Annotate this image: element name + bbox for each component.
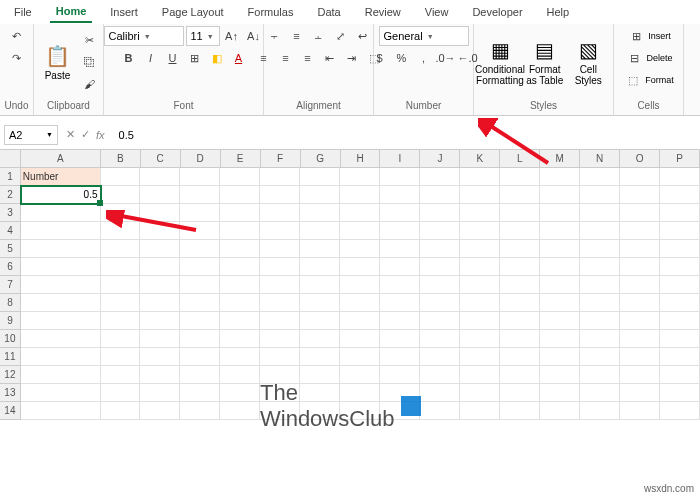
- cell-styles-button[interactable]: ▧Cell Styles: [568, 32, 610, 92]
- underline-button[interactable]: U: [163, 48, 183, 68]
- format-painter-button[interactable]: 🖌: [79, 74, 99, 94]
- col-header-a[interactable]: A: [21, 150, 101, 168]
- cell[interactable]: [580, 330, 620, 348]
- font-color-button[interactable]: A: [229, 48, 249, 68]
- cell[interactable]: [580, 168, 620, 186]
- cell[interactable]: [101, 276, 141, 294]
- cell[interactable]: [220, 294, 260, 312]
- cell[interactable]: [460, 186, 500, 204]
- cell[interactable]: [220, 366, 260, 384]
- align-right-button[interactable]: ≡: [298, 48, 318, 68]
- cell[interactable]: [660, 186, 700, 204]
- cell[interactable]: [180, 294, 220, 312]
- cell[interactable]: [660, 222, 700, 240]
- row-header[interactable]: 7: [0, 276, 21, 294]
- orientation-button[interactable]: ⤢: [331, 26, 351, 46]
- cell[interactable]: [380, 312, 420, 330]
- cell[interactable]: [340, 204, 380, 222]
- cell[interactable]: [21, 204, 101, 222]
- cell[interactable]: [101, 258, 141, 276]
- col-header-e[interactable]: E: [221, 150, 261, 168]
- cell[interactable]: [260, 330, 300, 348]
- cell[interactable]: [580, 222, 620, 240]
- cell[interactable]: [660, 294, 700, 312]
- cell[interactable]: [620, 186, 660, 204]
- cell[interactable]: [340, 312, 380, 330]
- cell[interactable]: [140, 186, 180, 204]
- conditional-formatting-button[interactable]: ▦Conditional Formatting: [478, 32, 522, 92]
- cell[interactable]: [140, 384, 180, 402]
- cell[interactable]: [340, 294, 380, 312]
- cell[interactable]: [620, 348, 660, 366]
- col-header-k[interactable]: K: [460, 150, 500, 168]
- cell[interactable]: [220, 168, 260, 186]
- tab-review[interactable]: Review: [359, 2, 407, 22]
- cell[interactable]: [420, 330, 460, 348]
- cell[interactable]: [380, 348, 420, 366]
- tab-page-layout[interactable]: Page Layout: [156, 2, 230, 22]
- cell[interactable]: [420, 294, 460, 312]
- cell[interactable]: [180, 330, 220, 348]
- cell[interactable]: [540, 204, 580, 222]
- cell[interactable]: [540, 276, 580, 294]
- cell[interactable]: [300, 294, 340, 312]
- increase-decimal-button[interactable]: .0→: [436, 48, 456, 68]
- fill-color-button[interactable]: ◧: [207, 48, 227, 68]
- cell[interactable]: [180, 276, 220, 294]
- cell[interactable]: [101, 402, 141, 420]
- wrap-text-button[interactable]: ↩: [353, 26, 373, 46]
- cell[interactable]: [660, 312, 700, 330]
- cell[interactable]: [580, 384, 620, 402]
- cell[interactable]: [300, 240, 340, 258]
- cell[interactable]: [260, 258, 300, 276]
- col-header-b[interactable]: B: [101, 150, 141, 168]
- cell[interactable]: [460, 276, 500, 294]
- format-cells-button[interactable]: ⬚: [623, 70, 643, 90]
- cell[interactable]: [460, 384, 500, 402]
- row-header[interactable]: 8: [0, 294, 21, 312]
- cell[interactable]: [220, 402, 260, 420]
- format-as-table-button[interactable]: ▤Format as Table: [524, 32, 566, 92]
- cell[interactable]: [660, 330, 700, 348]
- cell[interactable]: [260, 276, 300, 294]
- cell[interactable]: [460, 222, 500, 240]
- cell[interactable]: [540, 294, 580, 312]
- cell[interactable]: [460, 294, 500, 312]
- cell[interactable]: [180, 222, 220, 240]
- cell[interactable]: [300, 312, 340, 330]
- cell[interactable]: [380, 330, 420, 348]
- cell[interactable]: [500, 168, 540, 186]
- row-header[interactable]: 12: [0, 366, 21, 384]
- undo-button[interactable]: ↶: [7, 26, 27, 46]
- col-header-g[interactable]: G: [301, 150, 341, 168]
- col-header-d[interactable]: D: [181, 150, 221, 168]
- cell[interactable]: [300, 204, 340, 222]
- cell[interactable]: [21, 366, 101, 384]
- cell[interactable]: [500, 330, 540, 348]
- cell[interactable]: [180, 258, 220, 276]
- cell[interactable]: [180, 240, 220, 258]
- bold-button[interactable]: B: [119, 48, 139, 68]
- cell[interactable]: [500, 366, 540, 384]
- cell[interactable]: [300, 258, 340, 276]
- tab-view[interactable]: View: [419, 2, 455, 22]
- cell[interactable]: [540, 402, 580, 420]
- insert-cells-button[interactable]: ⊞: [626, 26, 646, 46]
- cell[interactable]: [101, 168, 141, 186]
- cell[interactable]: [101, 294, 141, 312]
- cell[interactable]: [140, 348, 180, 366]
- row-header[interactable]: 11: [0, 348, 21, 366]
- cell[interactable]: [140, 402, 180, 420]
- cell[interactable]: [260, 222, 300, 240]
- cell[interactable]: [540, 330, 580, 348]
- cell[interactable]: [220, 186, 260, 204]
- row-header[interactable]: 14: [0, 402, 21, 420]
- cell[interactable]: [580, 402, 620, 420]
- tab-data[interactable]: Data: [311, 2, 346, 22]
- cell[interactable]: [660, 276, 700, 294]
- cell[interactable]: [500, 186, 540, 204]
- cell[interactable]: [300, 222, 340, 240]
- col-header-f[interactable]: F: [261, 150, 301, 168]
- redo-button[interactable]: ↷: [7, 48, 27, 68]
- align-top-button[interactable]: ⫟: [265, 26, 285, 46]
